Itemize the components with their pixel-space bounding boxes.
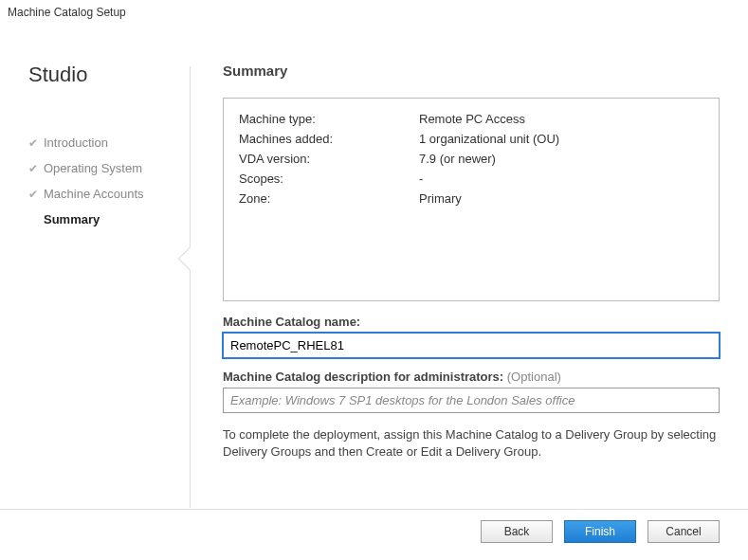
wizard-sidebar: Studio ✔ Introduction ✔ Operating System… <box>0 25 190 556</box>
step-introduction[interactable]: ✔ Introduction <box>28 130 190 155</box>
step-label: Machine Accounts <box>44 187 144 201</box>
summary-value: - <box>419 172 423 186</box>
optional-text: (Optional) <box>507 370 561 384</box>
cancel-button[interactable]: Cancel <box>648 520 720 543</box>
summary-value: Primary <box>419 191 462 206</box>
summary-row-machine-type: Machine type: Remote PC Access <box>239 112 703 126</box>
check-icon: ✔ <box>28 188 38 201</box>
summary-value: 1 organizational unit (OU) <box>419 132 559 146</box>
summary-row-machines-added: Machines added: 1 organizational unit (O… <box>239 132 703 146</box>
brand-title: Studio <box>28 63 190 87</box>
summary-box: Machine type: Remote PC Access Machines … <box>223 98 720 301</box>
summary-row-scopes: Scopes: - <box>239 172 703 186</box>
check-icon: ✔ <box>28 136 38 150</box>
bottom-divider <box>0 509 748 510</box>
step-operating-system[interactable]: ✔ Operating System <box>28 155 190 181</box>
catalog-name-label: Machine Catalog name: <box>223 315 720 329</box>
summary-label: VDA version: <box>239 152 419 166</box>
summary-value: Remote PC Access <box>419 112 525 126</box>
summary-label: Zone: <box>239 191 419 206</box>
vertical-divider <box>190 66 191 508</box>
help-text: To complete the deployment, assign this … <box>223 426 720 461</box>
summary-label: Machine type: <box>239 112 419 126</box>
step-label: Operating System <box>44 161 142 175</box>
summary-label: Scopes: <box>239 172 419 186</box>
back-button[interactable]: Back <box>481 520 553 543</box>
wizard-steps-list: ✔ Introduction ✔ Operating System ✔ Mach… <box>28 130 190 232</box>
step-label: Introduction <box>44 135 108 150</box>
main-panel: Summary Machine type: Remote PC Access M… <box>190 25 748 556</box>
finish-button[interactable]: Finish <box>564 520 636 543</box>
panel-heading: Summary <box>223 63 720 79</box>
summary-row-zone: Zone: Primary <box>239 191 703 206</box>
step-summary[interactable]: ✔ Summary <box>28 207 190 232</box>
step-pointer-icon <box>179 247 191 270</box>
summary-row-vda-version: VDA version: 7.9 (or newer) <box>239 152 703 166</box>
window-title: Machine Catalog Setup <box>0 0 748 25</box>
summary-label: Machines added: <box>239 132 419 146</box>
step-machine-accounts[interactable]: ✔ Machine Accounts <box>28 181 190 207</box>
check-icon: ✔ <box>28 162 38 175</box>
catalog-desc-label: Machine Catalog description for administ… <box>223 370 720 384</box>
summary-value: 7.9 (or newer) <box>419 152 496 166</box>
button-bar: Back Finish Cancel <box>481 520 720 543</box>
catalog-desc-input[interactable] <box>223 388 720 413</box>
catalog-name-input[interactable] <box>223 333 720 358</box>
step-label: Summary <box>44 212 100 226</box>
